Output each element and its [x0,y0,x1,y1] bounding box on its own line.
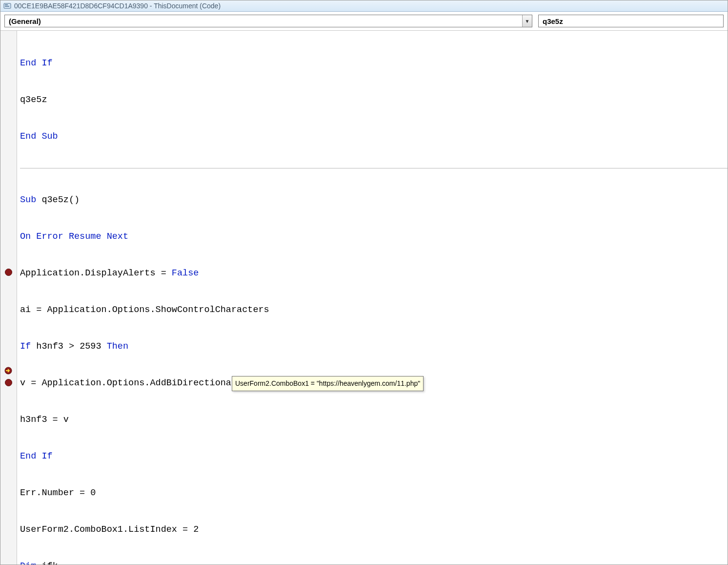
procedure-divider [20,168,728,168]
module-icon [3,2,11,10]
code-text: ai = Application.Options.ShowControlChar… [20,304,269,316]
procedure-dropdown-value: q3e5z [539,17,723,25]
code-text: End Sub [20,130,58,143]
code-text: On Error Resume Next [20,230,128,243]
svg-rect-1 [5,4,8,5]
debug-tooltip: UserForm2.ComboBox1 = "https://heavenlyg… [232,376,424,391]
code-text: ifk [36,560,58,565]
breakpoint-gutter[interactable] [0,31,17,565]
breakpoint-marker[interactable] [5,379,12,386]
vba-editor-window: 00CE1E9BAE58F421D8D6CF94CD1A9390 - ThisD… [0,0,728,565]
editor-area: End If q3e5z End Sub Sub q3e5z() On Erro… [0,31,728,565]
code-text: q3e5z [20,94,47,106]
window-title: 00CE1E9BAE58F421D8D6CF94CD1A9390 - ThisD… [14,2,221,10]
procedure-dropdown[interactable]: q3e5z [538,15,724,27]
code-text: q3e5z() [36,194,80,206]
code-text: h3nf3 = v [20,414,69,426]
object-dropdown-value: (General) [5,17,522,25]
code-text: Sub [20,194,36,206]
code-text: Then [107,340,128,353]
code-text: Application.DisplayAlerts = [20,267,172,279]
code-editor[interactable]: End If q3e5z End Sub Sub q3e5z() On Erro… [17,31,728,565]
execution-pointer [3,367,13,375]
breakpoint-marker[interactable] [5,269,12,276]
code-text: UserForm2.ComboBox1.ListIndex = 2 [20,523,199,536]
code-text: Err.Number = 0 [20,487,96,499]
code-text: If [20,340,31,353]
object-dropdown[interactable]: (General) ▼ [4,15,532,27]
titlebar[interactable]: 00CE1E9BAE58F421D8D6CF94CD1A9390 - ThisD… [0,0,728,12]
svg-rect-2 [5,6,9,7]
code-text: False [172,267,199,279]
object-proc-selector-row: (General) ▼ q3e5z [0,12,728,31]
code-text: End If [20,57,53,69]
code-text: h3nf3 > 2593 [31,340,106,353]
code-text: Dim [20,560,36,565]
chevron-down-icon[interactable]: ▼ [522,15,532,27]
code-text: End If [20,450,53,462]
